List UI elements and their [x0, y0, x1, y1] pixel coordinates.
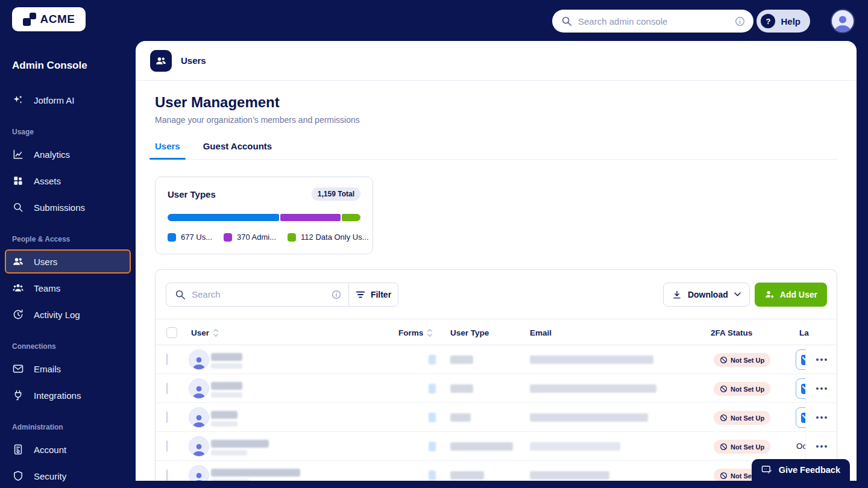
slash-circle-icon: [720, 414, 728, 422]
row-checkbox[interactable]: [166, 354, 168, 365]
page-title: User Management: [155, 94, 837, 111]
row-menu-button[interactable]: [813, 413, 831, 422]
info-icon[interactable]: [735, 16, 745, 27]
users-table-card: Filter Download Add User: [155, 269, 837, 481]
legend-label-data-only: 112 Data Only Us...: [301, 233, 368, 242]
row-checkbox[interactable]: [166, 383, 168, 394]
redacted-forms-count: [429, 442, 436, 451]
analytics-icon: [12, 148, 24, 160]
table-row: Not Set Up: [156, 345, 837, 374]
breadcrumb: Users: [136, 41, 857, 81]
avatar: [189, 465, 209, 481]
sidebar-item-assets[interactable]: Assets: [5, 169, 131, 193]
redacted-email: [530, 384, 656, 393]
tab-guest-accounts[interactable]: Guest Accounts: [203, 141, 272, 159]
redacted-name: [211, 469, 300, 477]
table-search-input[interactable]: [192, 289, 326, 299]
redacted-name: [211, 440, 269, 448]
table-header-row: User Forms User Type Email 2FA Status La: [156, 319, 837, 345]
redacted-forms-count: [429, 384, 436, 393]
table-row: Not Set Up: [156, 374, 837, 403]
legend-label-users: 677 Us...: [181, 233, 212, 242]
plug-icon: [12, 389, 24, 401]
avatar: [189, 378, 209, 399]
redacted-user-type: [450, 384, 473, 393]
admin-search-input[interactable]: [578, 16, 729, 27]
2fa-status-badge: Not Set Up: [714, 440, 770, 454]
table-row: Not Set Up: [156, 461, 837, 481]
row-checkbox[interactable]: [166, 469, 168, 481]
redacted-subtext: [211, 363, 242, 369]
sidebar: Admin Console Jotform AI Usage Analytics…: [0, 0, 136, 488]
sidebar-item-submissions[interactable]: Submissions: [5, 195, 131, 219]
sidebar-item-teams[interactable]: Teams: [5, 276, 131, 300]
users-breadcrumb-icon: [150, 50, 172, 72]
redacted-user-type: [450, 471, 484, 480]
select-all-checkbox[interactable]: [166, 327, 177, 338]
redacted-forms-count: [429, 355, 436, 364]
sidebar-item-account[interactable]: Account: [5, 437, 131, 461]
sidebar-section-people-access: People & Access: [12, 235, 131, 243]
sidebar-item-users[interactable]: Users: [5, 249, 131, 274]
filter-icon: [356, 290, 365, 299]
tab-users[interactable]: Users: [155, 141, 180, 159]
row-menu-button[interactable]: [813, 355, 831, 364]
column-header-user[interactable]: User: [191, 319, 219, 346]
table-toolbar: Filter Download Add User: [156, 270, 837, 319]
give-feedback-button[interactable]: Give Feedback: [752, 459, 850, 481]
2fa-status-badge: Not Set Up: [714, 353, 770, 367]
row-checkbox[interactable]: [166, 440, 168, 452]
redacted-name: [211, 411, 237, 419]
legend-swatch-data-only: [288, 233, 296, 242]
user-plus-icon: [764, 289, 775, 299]
table-search[interactable]: [166, 283, 348, 306]
sort-icon: [427, 328, 433, 337]
sidebar-item-activity-log[interactable]: Activity Log: [5, 302, 131, 327]
sidebar-item-emails[interactable]: Emails: [5, 357, 131, 381]
tab-bar: Users Guest Accounts: [155, 141, 837, 160]
redacted-email: [530, 355, 653, 364]
account-icon: [12, 443, 24, 455]
column-header-forms[interactable]: Forms: [398, 319, 433, 346]
user-types-bar: [168, 214, 360, 221]
bar-segment-users: [168, 214, 279, 221]
help-button[interactable]: ? Help: [756, 10, 810, 33]
column-header-user-type: User Type: [450, 319, 489, 346]
row-menu-button[interactable]: [813, 384, 831, 393]
column-header-2fa: 2FA Status: [711, 319, 752, 346]
admin-search-bar[interactable]: [552, 10, 753, 33]
2fa-status-badge: Not Set Up: [714, 382, 770, 396]
user-types-card: User Types 1,159 Total 677 Us... 370 Adm…: [155, 177, 373, 254]
search-icon: [561, 16, 572, 27]
row-menu-button[interactable]: [813, 442, 831, 451]
user-avatar[interactable]: [831, 9, 855, 33]
user-types-title: User Types: [168, 189, 216, 199]
main-panel: Users User Management Manage your organi…: [136, 41, 857, 481]
redacted-subtext: [211, 421, 237, 427]
sidebar-item-integrations[interactable]: Integrations: [5, 383, 131, 407]
redacted-user-type: [450, 355, 473, 364]
redacted-forms-count: [429, 413, 436, 422]
chevron-down-icon: [734, 292, 741, 296]
sort-icon: [213, 328, 219, 337]
sidebar-section-connections: Connections: [12, 342, 131, 351]
redacted-user-type: [450, 413, 471, 422]
sidebar-item-security[interactable]: Security: [5, 464, 131, 488]
add-user-button[interactable]: Add User: [755, 283, 827, 307]
filter-button[interactable]: Filter: [348, 283, 398, 306]
assets-icon: [12, 175, 24, 187]
info-icon[interactable]: [332, 290, 341, 299]
sidebar-item-jotform-ai[interactable]: Jotform AI: [5, 88, 131, 112]
redacted-user-type: [450, 442, 513, 451]
sidebar-section-administration: Administration: [12, 423, 131, 431]
row-checkbox[interactable]: [166, 411, 168, 423]
download-icon: [672, 290, 682, 299]
shield-icon: [12, 470, 24, 482]
teams-icon: [12, 282, 24, 294]
slash-circle-icon: [720, 385, 728, 393]
question-icon: ?: [761, 14, 775, 28]
sidebar-item-analytics[interactable]: Analytics: [5, 142, 131, 166]
legend-swatch-users: [168, 233, 176, 242]
download-button[interactable]: Download: [663, 283, 750, 307]
column-header-email: Email: [530, 319, 552, 346]
